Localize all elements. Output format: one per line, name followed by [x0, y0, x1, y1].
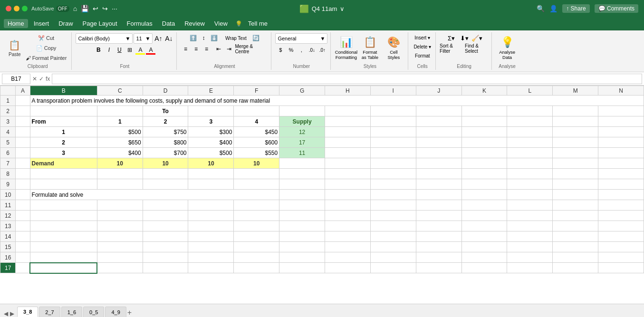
sheet-tab-0-5[interactable]: 0_5 [83, 307, 104, 317]
more-icon[interactable]: ··· [112, 5, 117, 12]
format-painter-button[interactable]: 🖌 Format Painter [24, 53, 69, 63]
cell-I6[interactable] [370, 148, 416, 158]
share-button[interactable]: ↑ Share [562, 4, 589, 13]
cell-B4[interactable]: 1 [30, 127, 97, 137]
cell-L6[interactable] [507, 148, 553, 158]
cell-I4[interactable] [370, 127, 416, 137]
cell-N6[interactable] [598, 148, 644, 158]
cell-J6[interactable] [416, 148, 461, 158]
col-G[interactable]: G [279, 86, 325, 96]
col-M[interactable]: M [553, 86, 598, 96]
cell-F5[interactable]: $600 [234, 137, 279, 148]
cell-I3[interactable] [370, 116, 416, 127]
cell-B2[interactable] [30, 106, 97, 116]
cell-D6[interactable]: $700 [143, 148, 188, 158]
sheet-tab-1-6[interactable]: 1_6 [61, 307, 82, 317]
cell-G3[interactable]: Supply [279, 116, 325, 127]
undo-icon[interactable]: ↩ [93, 5, 98, 12]
increase-decimal-button[interactable]: .0↑ [317, 45, 327, 55]
menu-tell-me[interactable]: Tell me [244, 19, 271, 28]
currency-button[interactable]: $ [276, 45, 285, 55]
cell-K6[interactable] [461, 148, 507, 158]
row-5-header[interactable]: 5 [0, 137, 16, 148]
format-cells-button[interactable]: Format [413, 51, 432, 60]
tab-prev-button[interactable]: ◀ [4, 310, 8, 317]
save-icon[interactable]: 💾 [81, 5, 89, 12]
align-bottom-button[interactable]: ⬇️ [209, 33, 219, 43]
fill-color-button[interactable]: A [135, 45, 145, 55]
cell-M2[interactable] [553, 106, 598, 116]
font-color-button[interactable]: A [146, 45, 155, 55]
row-1-header[interactable]: 1 [0, 96, 16, 106]
home-icon[interactable]: ⌂ [73, 5, 77, 12]
cell-D4[interactable]: $750 [143, 127, 188, 137]
insert-function-icon[interactable]: fx [46, 76, 50, 82]
decrease-font-button[interactable]: A↓ [164, 34, 173, 43]
cell-I7[interactable] [370, 158, 416, 169]
menu-data[interactable]: Data [158, 19, 179, 28]
cell-M4[interactable] [553, 127, 598, 137]
insert-cells-button[interactable]: Insert ▾ [413, 33, 432, 42]
col-K[interactable]: K [461, 86, 507, 96]
cell-F3[interactable]: 4 [234, 116, 279, 127]
cell-J4[interactable] [416, 127, 461, 137]
cell-reference-box[interactable]: B17 [2, 74, 30, 84]
orientation-button[interactable]: 🔄 [251, 33, 260, 43]
close-button[interactable] [6, 6, 11, 11]
cell-F7[interactable]: 10 [234, 158, 279, 169]
menu-review[interactable]: Review [181, 19, 209, 28]
cell-L5[interactable] [507, 137, 553, 148]
cell-A5[interactable] [16, 137, 30, 148]
align-top-button[interactable]: ⬆️ [188, 33, 198, 43]
cell-F2[interactable] [234, 106, 279, 116]
cell-I5[interactable] [370, 137, 416, 148]
col-L[interactable]: L [507, 86, 553, 96]
align-right-button[interactable]: ≡ [202, 44, 211, 54]
row-10-header[interactable]: 10 [0, 190, 16, 200]
cell-H3[interactable] [325, 116, 371, 127]
comments-button[interactable]: 💬 Comments [595, 4, 638, 13]
clear-button[interactable]: 🧹▾ [471, 33, 483, 43]
cell-C5[interactable]: $650 [97, 137, 143, 148]
cell-E3[interactable]: 3 [188, 116, 234, 127]
sheet-tab-3-8[interactable]: 3_8 [17, 307, 38, 317]
cell-K7[interactable] [461, 158, 507, 169]
col-E[interactable]: E [188, 86, 234, 96]
cell-D3[interactable]: 2 [143, 116, 188, 127]
decrease-indent-button[interactable]: ⇤ [214, 44, 223, 54]
increase-indent-button[interactable]: ⇥ [224, 44, 234, 54]
menu-view[interactable]: View [211, 19, 231, 28]
sheet-tab-2-7[interactable]: 2_7 [39, 307, 60, 317]
row-3-header[interactable]: 3 [0, 116, 16, 127]
cell-M7[interactable] [553, 158, 598, 169]
cell-J7[interactable] [416, 158, 461, 169]
wrap-text-button[interactable]: Wrap Text [221, 33, 250, 43]
row-4-header[interactable]: 4 [0, 127, 16, 137]
col-I[interactable]: I [370, 86, 416, 96]
cell-J3[interactable] [416, 116, 461, 127]
tab-next-button[interactable]: ▶ [10, 310, 14, 317]
align-center-button[interactable]: ≡ [191, 44, 201, 54]
autosum-button[interactable]: Σ▾ [446, 33, 457, 43]
cell-F6[interactable]: $550 [234, 148, 279, 158]
cell-C7[interactable]: 10 [97, 158, 143, 169]
border-button[interactable]: ⊞ [125, 45, 135, 55]
cell-N5[interactable] [598, 137, 644, 148]
decrease-decimal-button[interactable]: .0↓ [307, 45, 317, 55]
cell-H6[interactable] [325, 148, 371, 158]
row-9-header[interactable]: 9 [0, 179, 16, 190]
cell-E7[interactable]: 10 [188, 158, 234, 169]
cell-B5[interactable]: 2 [30, 137, 97, 148]
cell-L4[interactable] [507, 127, 553, 137]
cell-H7[interactable] [325, 158, 371, 169]
redo-icon[interactable]: ↪ [102, 5, 108, 12]
cell-K4[interactable] [461, 127, 507, 137]
cell-E4[interactable]: $300 [188, 127, 234, 137]
cell-B7[interactable]: Demand [30, 158, 97, 169]
cell-B9[interactable] [30, 179, 97, 190]
cell-H2[interactable] [325, 106, 371, 116]
cell-N7[interactable] [598, 158, 644, 169]
fill-button[interactable]: ⬇▾ [459, 33, 470, 43]
cell-A10[interactable] [16, 190, 30, 200]
cut-button[interactable]: ✂️ Cut [24, 33, 69, 43]
